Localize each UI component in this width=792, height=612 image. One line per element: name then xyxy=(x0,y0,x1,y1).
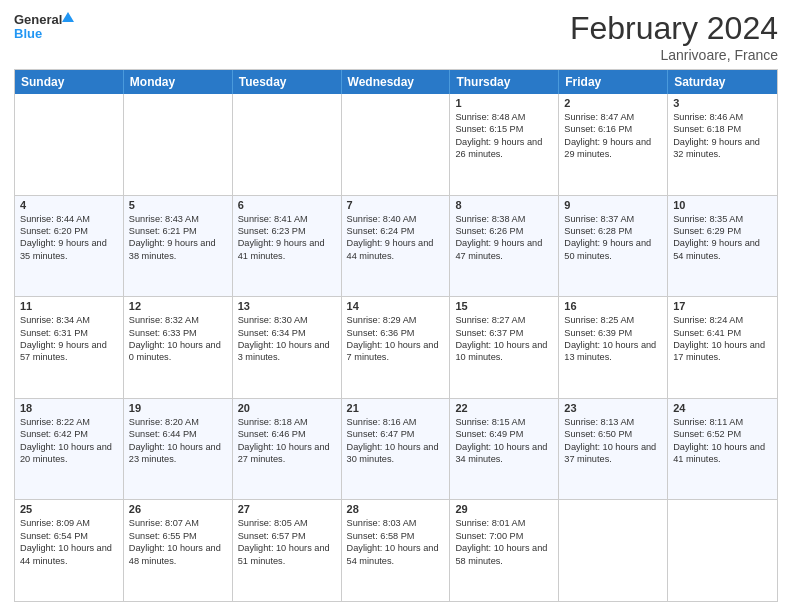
calendar-header-cell: Monday xyxy=(124,70,233,94)
calendar-body: 1Sunrise: 8:48 AM Sunset: 6:15 PM Daylig… xyxy=(15,94,777,601)
logo-svg: General Blue xyxy=(14,10,74,42)
calendar-cell: 7Sunrise: 8:40 AM Sunset: 6:24 PM Daylig… xyxy=(342,196,451,297)
calendar-cell xyxy=(342,94,451,195)
day-number: 5 xyxy=(129,199,227,211)
cell-text: Sunrise: 8:46 AM Sunset: 6:18 PM Dayligh… xyxy=(673,111,772,161)
calendar-cell: 13Sunrise: 8:30 AM Sunset: 6:34 PM Dayli… xyxy=(233,297,342,398)
page: General Blue February 2024 Lanrivoare, F… xyxy=(0,0,792,612)
calendar-cell: 25Sunrise: 8:09 AM Sunset: 6:54 PM Dayli… xyxy=(15,500,124,601)
day-number: 12 xyxy=(129,300,227,312)
cell-text: Sunrise: 8:34 AM Sunset: 6:31 PM Dayligh… xyxy=(20,314,118,364)
cell-text: Sunrise: 8:47 AM Sunset: 6:16 PM Dayligh… xyxy=(564,111,662,161)
logo: General Blue xyxy=(14,10,74,42)
calendar-cell: 22Sunrise: 8:15 AM Sunset: 6:49 PM Dayli… xyxy=(450,399,559,500)
cell-text: Sunrise: 8:43 AM Sunset: 6:21 PM Dayligh… xyxy=(129,213,227,263)
calendar-cell: 23Sunrise: 8:13 AM Sunset: 6:50 PM Dayli… xyxy=(559,399,668,500)
calendar-header-cell: Saturday xyxy=(668,70,777,94)
calendar-header-cell: Friday xyxy=(559,70,668,94)
calendar: SundayMondayTuesdayWednesdayThursdayFrid… xyxy=(14,69,778,602)
calendar-row: 18Sunrise: 8:22 AM Sunset: 6:42 PM Dayli… xyxy=(15,398,777,500)
calendar-cell xyxy=(124,94,233,195)
cell-text: Sunrise: 8:09 AM Sunset: 6:54 PM Dayligh… xyxy=(20,517,118,567)
cell-text: Sunrise: 8:03 AM Sunset: 6:58 PM Dayligh… xyxy=(347,517,445,567)
day-number: 27 xyxy=(238,503,336,515)
calendar-cell: 10Sunrise: 8:35 AM Sunset: 6:29 PM Dayli… xyxy=(668,196,777,297)
calendar-cell xyxy=(233,94,342,195)
day-number: 22 xyxy=(455,402,553,414)
day-number: 11 xyxy=(20,300,118,312)
cell-text: Sunrise: 8:44 AM Sunset: 6:20 PM Dayligh… xyxy=(20,213,118,263)
day-number: 7 xyxy=(347,199,445,211)
calendar-cell xyxy=(668,500,777,601)
cell-text: Sunrise: 8:38 AM Sunset: 6:26 PM Dayligh… xyxy=(455,213,553,263)
day-number: 10 xyxy=(673,199,772,211)
day-number: 8 xyxy=(455,199,553,211)
cell-text: Sunrise: 8:35 AM Sunset: 6:29 PM Dayligh… xyxy=(673,213,772,263)
day-number: 21 xyxy=(347,402,445,414)
calendar-cell: 6Sunrise: 8:41 AM Sunset: 6:23 PM Daylig… xyxy=(233,196,342,297)
calendar-cell: 18Sunrise: 8:22 AM Sunset: 6:42 PM Dayli… xyxy=(15,399,124,500)
cell-text: Sunrise: 8:05 AM Sunset: 6:57 PM Dayligh… xyxy=(238,517,336,567)
header: General Blue February 2024 Lanrivoare, F… xyxy=(14,10,778,63)
calendar-cell: 29Sunrise: 8:01 AM Sunset: 7:00 PM Dayli… xyxy=(450,500,559,601)
cell-text: Sunrise: 8:27 AM Sunset: 6:37 PM Dayligh… xyxy=(455,314,553,364)
svg-marker-2 xyxy=(62,12,74,22)
calendar-cell: 21Sunrise: 8:16 AM Sunset: 6:47 PM Dayli… xyxy=(342,399,451,500)
day-number: 24 xyxy=(673,402,772,414)
cell-text: Sunrise: 8:01 AM Sunset: 7:00 PM Dayligh… xyxy=(455,517,553,567)
cell-text: Sunrise: 8:30 AM Sunset: 6:34 PM Dayligh… xyxy=(238,314,336,364)
cell-text: Sunrise: 8:32 AM Sunset: 6:33 PM Dayligh… xyxy=(129,314,227,364)
calendar-cell: 12Sunrise: 8:32 AM Sunset: 6:33 PM Dayli… xyxy=(124,297,233,398)
calendar-header-cell: Thursday xyxy=(450,70,559,94)
day-number: 20 xyxy=(238,402,336,414)
calendar-cell: 28Sunrise: 8:03 AM Sunset: 6:58 PM Dayli… xyxy=(342,500,451,601)
calendar-cell: 17Sunrise: 8:24 AM Sunset: 6:41 PM Dayli… xyxy=(668,297,777,398)
cell-text: Sunrise: 8:07 AM Sunset: 6:55 PM Dayligh… xyxy=(129,517,227,567)
calendar-cell: 14Sunrise: 8:29 AM Sunset: 6:36 PM Dayli… xyxy=(342,297,451,398)
calendar-row: 25Sunrise: 8:09 AM Sunset: 6:54 PM Dayli… xyxy=(15,499,777,601)
day-number: 3 xyxy=(673,97,772,109)
day-number: 17 xyxy=(673,300,772,312)
calendar-cell: 5Sunrise: 8:43 AM Sunset: 6:21 PM Daylig… xyxy=(124,196,233,297)
calendar-cell: 27Sunrise: 8:05 AM Sunset: 6:57 PM Dayli… xyxy=(233,500,342,601)
calendar-cell: 3Sunrise: 8:46 AM Sunset: 6:18 PM Daylig… xyxy=(668,94,777,195)
day-number: 16 xyxy=(564,300,662,312)
calendar-header-cell: Tuesday xyxy=(233,70,342,94)
calendar-row: 4Sunrise: 8:44 AM Sunset: 6:20 PM Daylig… xyxy=(15,195,777,297)
day-number: 23 xyxy=(564,402,662,414)
cell-text: Sunrise: 8:13 AM Sunset: 6:50 PM Dayligh… xyxy=(564,416,662,466)
calendar-cell: 20Sunrise: 8:18 AM Sunset: 6:46 PM Dayli… xyxy=(233,399,342,500)
day-number: 18 xyxy=(20,402,118,414)
calendar-cell: 1Sunrise: 8:48 AM Sunset: 6:15 PM Daylig… xyxy=(450,94,559,195)
calendar-header-cell: Wednesday xyxy=(342,70,451,94)
cell-text: Sunrise: 8:15 AM Sunset: 6:49 PM Dayligh… xyxy=(455,416,553,466)
calendar-row: 11Sunrise: 8:34 AM Sunset: 6:31 PM Dayli… xyxy=(15,296,777,398)
calendar-cell: 8Sunrise: 8:38 AM Sunset: 6:26 PM Daylig… xyxy=(450,196,559,297)
cell-text: Sunrise: 8:40 AM Sunset: 6:24 PM Dayligh… xyxy=(347,213,445,263)
day-number: 15 xyxy=(455,300,553,312)
calendar-cell: 16Sunrise: 8:25 AM Sunset: 6:39 PM Dayli… xyxy=(559,297,668,398)
day-number: 19 xyxy=(129,402,227,414)
day-number: 29 xyxy=(455,503,553,515)
cell-text: Sunrise: 8:11 AM Sunset: 6:52 PM Dayligh… xyxy=(673,416,772,466)
calendar-title: February 2024 xyxy=(570,10,778,47)
cell-text: Sunrise: 8:16 AM Sunset: 6:47 PM Dayligh… xyxy=(347,416,445,466)
day-number: 25 xyxy=(20,503,118,515)
day-number: 14 xyxy=(347,300,445,312)
svg-text:Blue: Blue xyxy=(14,26,42,41)
cell-text: Sunrise: 8:48 AM Sunset: 6:15 PM Dayligh… xyxy=(455,111,553,161)
day-number: 9 xyxy=(564,199,662,211)
day-number: 4 xyxy=(20,199,118,211)
calendar-cell xyxy=(559,500,668,601)
day-number: 28 xyxy=(347,503,445,515)
calendar-cell: 19Sunrise: 8:20 AM Sunset: 6:44 PM Dayli… xyxy=(124,399,233,500)
day-number: 1 xyxy=(455,97,553,109)
calendar-row: 1Sunrise: 8:48 AM Sunset: 6:15 PM Daylig… xyxy=(15,94,777,195)
calendar-cell: 4Sunrise: 8:44 AM Sunset: 6:20 PM Daylig… xyxy=(15,196,124,297)
cell-text: Sunrise: 8:25 AM Sunset: 6:39 PM Dayligh… xyxy=(564,314,662,364)
calendar-cell: 9Sunrise: 8:37 AM Sunset: 6:28 PM Daylig… xyxy=(559,196,668,297)
calendar-cell: 26Sunrise: 8:07 AM Sunset: 6:55 PM Dayli… xyxy=(124,500,233,601)
day-number: 6 xyxy=(238,199,336,211)
calendar-cell: 2Sunrise: 8:47 AM Sunset: 6:16 PM Daylig… xyxy=(559,94,668,195)
day-number: 26 xyxy=(129,503,227,515)
